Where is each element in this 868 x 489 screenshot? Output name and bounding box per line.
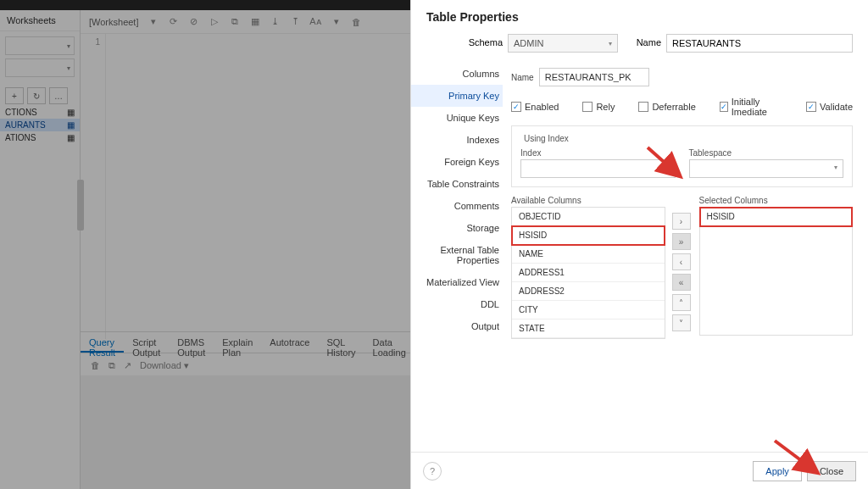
toolbar-delete-icon[interactable]: 🗑 bbox=[351, 16, 363, 28]
tab-query-result[interactable]: Query Result bbox=[81, 332, 124, 353]
nav-output[interactable]: Output bbox=[411, 315, 503, 337]
list-item[interactable]: HSISID bbox=[700, 208, 853, 226]
list-item[interactable]: CITY bbox=[512, 301, 665, 320]
trash-icon[interactable]: 🗑 bbox=[91, 360, 100, 370]
nav-ddl[interactable]: DDL bbox=[411, 293, 503, 315]
editor-gutter: 1 bbox=[81, 34, 106, 339]
worksheet-toolbar: [Worksheet] ▾ ⟳ ⊘ ▷ ⧉ ▦ ⤓ ⤒ Aᴀ ▾ 🗑 bbox=[81, 10, 410, 34]
db-select-2[interactable] bbox=[5, 58, 75, 77]
tablespace-label: Tablespace bbox=[689, 148, 844, 158]
enabled-checkbox[interactable]: ✓Enabled bbox=[511, 97, 559, 117]
toolbar-refresh-icon[interactable]: ⟳ bbox=[168, 16, 180, 28]
tab-autotrace[interactable]: Autotrace bbox=[261, 332, 318, 353]
move-left-button[interactable]: ‹ bbox=[672, 253, 691, 270]
results-toolbar: 🗑 ⧉ ↗ Download ▾ bbox=[81, 355, 410, 375]
shuttle-buttons: › » ‹ « ˄ ˅ bbox=[672, 196, 693, 339]
available-columns-header: Available Columns bbox=[511, 196, 665, 205]
nav-external-table-properties[interactable]: External Table Properties bbox=[411, 239, 503, 271]
index-select[interactable] bbox=[520, 159, 676, 178]
move-down-button[interactable]: ˅ bbox=[672, 314, 691, 331]
toolbar-copy-icon[interactable]: ⧉ bbox=[229, 16, 241, 28]
list-item[interactable]: ADDRESS1 bbox=[512, 264, 665, 282]
splitter-handle[interactable] bbox=[77, 180, 84, 231]
add-button[interactable]: + bbox=[5, 87, 24, 104]
move-all-right-button[interactable]: » bbox=[672, 233, 691, 250]
table-icon: ▦ bbox=[67, 133, 75, 142]
table-name-input[interactable]: RESTAURANTS bbox=[666, 34, 853, 53]
apply-button[interactable]: Apply bbox=[753, 461, 802, 481]
nav-materialized-view[interactable]: Materialized View bbox=[411, 271, 503, 293]
name-label: Name bbox=[637, 34, 661, 53]
toolbar-import-icon[interactable]: ⤓ bbox=[270, 16, 281, 28]
left-panel: Worksheets + ↻ … CTIONS▦ AURANTS▦ ATIONS… bbox=[0, 10, 81, 489]
nav-unique-keys[interactable]: Unique Keys bbox=[411, 107, 503, 129]
toolbar-case-icon[interactable]: Aᴀ bbox=[310, 16, 322, 28]
initially-immediate-checkbox[interactable]: ✓Initially Imediate bbox=[720, 97, 782, 117]
editor-text[interactable] bbox=[106, 34, 410, 339]
nav-comments[interactable]: Comments bbox=[411, 195, 503, 217]
deferrable-checkbox[interactable]: Deferrable bbox=[638, 97, 695, 117]
modal-title: Table Properties bbox=[411, 0, 868, 34]
move-right-button[interactable]: › bbox=[672, 213, 691, 230]
results-tabs: Query Result Script Output DBMS Output E… bbox=[81, 331, 410, 353]
tablespace-select[interactable] bbox=[689, 159, 844, 178]
tree-item[interactable]: CTIONS▦ bbox=[0, 106, 80, 119]
toolbar-dropdown2-icon[interactable]: ▾ bbox=[331, 16, 342, 28]
list-item[interactable]: OBJECTID bbox=[512, 208, 665, 226]
object-tree[interactable]: CTIONS▦ AURANTS▦ ATIONS▦ bbox=[0, 106, 80, 144]
tab-sql-history[interactable]: SQL History bbox=[318, 332, 364, 353]
index-label: Index bbox=[520, 148, 676, 158]
nav-storage[interactable]: Storage bbox=[411, 217, 503, 239]
toolbar-grid-icon[interactable]: ▦ bbox=[249, 16, 261, 28]
rely-checkbox[interactable]: Rely bbox=[582, 97, 615, 117]
help-button[interactable]: ? bbox=[423, 462, 442, 481]
worksheets-header: Worksheets bbox=[0, 10, 80, 31]
toolbar-run-icon[interactable]: ▷ bbox=[209, 16, 220, 28]
table-icon: ▦ bbox=[67, 120, 75, 130]
worksheet-tab[interactable]: [Worksheet] bbox=[89, 17, 139, 27]
nav-indexes[interactable]: Indexes bbox=[411, 129, 503, 151]
schema-select[interactable]: ADMIN bbox=[508, 34, 618, 53]
copy-icon[interactable]: ⧉ bbox=[108, 360, 115, 371]
nav-table-constraints[interactable]: Table Constraints bbox=[411, 173, 503, 195]
using-index-group: Using Index Index Tablespace bbox=[511, 125, 853, 187]
table-icon: ▦ bbox=[67, 108, 75, 117]
modal-nav: Columns Primary Key Unique Keys Indexes … bbox=[411, 63, 503, 443]
tab-script-output[interactable]: Script Output bbox=[124, 332, 169, 353]
tab-dbms-output[interactable]: DBMS Output bbox=[169, 332, 214, 353]
available-columns-list[interactable]: OBJECTID HSISID NAME ADDRESS1 ADDRESS2 C… bbox=[511, 207, 665, 339]
primary-key-panel: Name RESTAURANTS_PK ✓Enabled Rely Deferr… bbox=[511, 63, 853, 443]
move-all-left-button[interactable]: « bbox=[672, 274, 691, 291]
schema-label: Schema bbox=[411, 34, 503, 53]
open-icon[interactable]: ↗ bbox=[124, 360, 131, 371]
tree-item[interactable]: ATIONS▦ bbox=[0, 131, 80, 144]
pk-name-input[interactable]: RESTAURANTS_PK bbox=[539, 68, 649, 86]
sql-editor[interactable]: 1 bbox=[81, 34, 410, 339]
toolbar-cancel-icon[interactable]: ⊘ bbox=[188, 16, 200, 28]
close-button[interactable]: Close bbox=[807, 461, 856, 481]
download-button[interactable]: Download ▾ bbox=[140, 360, 189, 371]
move-up-button[interactable]: ˄ bbox=[672, 294, 691, 311]
refresh-button[interactable]: ↻ bbox=[27, 87, 46, 104]
list-item[interactable]: HSISID bbox=[512, 226, 665, 245]
nav-foreign-keys[interactable]: Foreign Keys bbox=[411, 151, 503, 173]
toolbar-dropdown-icon[interactable]: ▾ bbox=[147, 16, 159, 28]
tree-item[interactable]: AURANTS▦ bbox=[0, 119, 80, 131]
list-item[interactable]: NAME bbox=[512, 245, 665, 264]
validate-checkbox[interactable]: ✓Validate bbox=[806, 97, 853, 117]
list-item[interactable]: STATE bbox=[512, 320, 665, 338]
more-button[interactable]: … bbox=[49, 87, 68, 104]
results-body bbox=[81, 375, 410, 489]
nav-primary-key[interactable]: Primary Key bbox=[411, 85, 503, 107]
worksheet-area: [Worksheet] ▾ ⟳ ⊘ ▷ ⧉ ▦ ⤓ ⤒ Aᴀ ▾ 🗑 1 Que… bbox=[81, 10, 410, 489]
toolbar-export-icon[interactable]: ⤒ bbox=[290, 16, 302, 28]
tab-data-loading[interactable]: Data Loading bbox=[364, 332, 415, 353]
db-select-1[interactable] bbox=[5, 36, 75, 55]
list-item[interactable]: ADDRESS2 bbox=[512, 282, 665, 301]
selected-columns-list[interactable]: HSISID bbox=[699, 207, 854, 336]
using-index-legend: Using Index bbox=[520, 134, 572, 143]
selected-columns-header: Selected Columns bbox=[699, 196, 854, 205]
nav-columns[interactable]: Columns bbox=[411, 63, 503, 85]
tab-explain-plan[interactable]: Explain Plan bbox=[214, 332, 261, 353]
modal-footer: ? Apply Close bbox=[411, 452, 868, 489]
